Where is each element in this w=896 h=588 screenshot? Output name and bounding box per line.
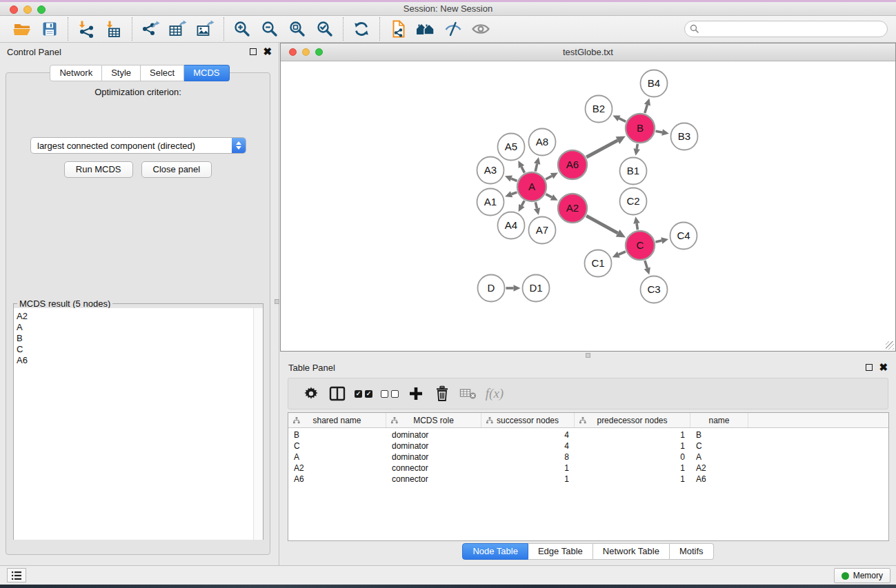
graph-node-A3[interactable]: A3	[477, 157, 504, 184]
graph-edge-C-C3[interactable]	[644, 261, 650, 275]
table-cell[interactable]: dominator	[386, 452, 481, 462]
splitter-handle[interactable]	[586, 353, 590, 358]
close-panel-icon[interactable]: ✖	[879, 364, 888, 371]
zoom-out-icon[interactable]	[256, 18, 283, 40]
graph-node-C[interactable]: C	[626, 231, 655, 260]
mcds-result-item[interactable]: A	[17, 322, 263, 333]
export-network-icon[interactable]	[137, 18, 164, 40]
table-cell[interactable]: 8	[481, 452, 575, 462]
graph-node-B2[interactable]: B2	[586, 96, 613, 123]
split-columns-icon[interactable]	[324, 382, 350, 405]
graph-node-C4[interactable]: C4	[670, 223, 697, 250]
graph-edge-B-B4[interactable]	[644, 99, 650, 114]
network-canvas[interactable]: B4B2BB3A5A8A6A3B1AC2A1A2A4A7C4CC1C3DD1	[281, 61, 895, 351]
table-cell[interactable]: 0	[575, 452, 690, 462]
import-network-icon[interactable]	[72, 18, 100, 40]
graph-node-B1[interactable]: B1	[620, 158, 647, 185]
close-panel-button[interactable]: Close panel	[141, 161, 212, 178]
function-icon[interactable]: f(x)	[481, 382, 508, 405]
export-table-icon[interactable]	[164, 18, 192, 40]
add-column-icon[interactable]	[403, 382, 429, 405]
graph-node-B4[interactable]: B4	[641, 70, 668, 97]
table-cell[interactable]: B	[288, 430, 386, 440]
graph-node-D1[interactable]: D1	[523, 275, 550, 302]
graph-node-A5[interactable]: A5	[498, 134, 525, 161]
zoom-in-icon[interactable]	[228, 18, 256, 40]
close-window-button[interactable]	[10, 6, 18, 14]
trash-icon[interactable]	[429, 382, 455, 405]
graph-node-A2[interactable]: A2	[558, 194, 587, 223]
table-cell[interactable]: dominator	[386, 441, 481, 451]
graph-edge-A-A8[interactable]	[534, 157, 540, 172]
table-cell[interactable]: A2	[288, 463, 386, 473]
table-cell[interactable]: A6	[288, 474, 386, 484]
tab-style[interactable]: Style	[102, 65, 141, 81]
tab-edge-table[interactable]: Edge Table	[528, 543, 593, 560]
float-panel-icon[interactable]	[866, 364, 873, 371]
graph-node-A4[interactable]: A4	[498, 212, 525, 239]
minimize-window-button[interactable]	[23, 6, 32, 14]
table-cell[interactable]: A6	[690, 474, 748, 484]
zoom-selected-icon[interactable]	[311, 18, 339, 40]
mcds-result-item[interactable]: C	[17, 344, 263, 355]
graph-edge-A-A3[interactable]	[505, 176, 517, 182]
graph-node-A1[interactable]: A1	[477, 189, 504, 216]
mcds-result-item[interactable]: B	[17, 333, 263, 344]
column-header[interactable]: MCDS role	[386, 413, 481, 427]
graph-edge-C-C1[interactable]	[613, 252, 626, 258]
hide-details-eye-icon[interactable]	[439, 18, 467, 40]
table-cell[interactable]: connector	[386, 463, 481, 473]
search-field[interactable]	[684, 21, 888, 37]
mcds-result-item[interactable]: A6	[17, 355, 263, 366]
mcds-result-item[interactable]: A2	[17, 311, 263, 322]
criterion-dropdown[interactable]: largest connected component (directed)	[30, 137, 246, 154]
graph-edge-A-A2[interactable]	[546, 194, 557, 201]
network-minimize-button[interactable]	[302, 48, 310, 56]
table-cell[interactable]: 1	[575, 441, 690, 451]
graph-edge-C-C2[interactable]	[633, 216, 639, 230]
network-zoom-button[interactable]	[315, 48, 323, 56]
graph-edge-C-C4[interactable]	[655, 237, 668, 243]
graph-node-A[interactable]: A	[517, 172, 546, 201]
unchecked-boxes-icon[interactable]	[377, 382, 403, 405]
graph-edge-B-B2[interactable]	[613, 115, 626, 121]
table-cell[interactable]: 4	[481, 430, 575, 440]
run-mcds-button[interactable]: Run MCDS	[64, 161, 133, 178]
graph-node-A8[interactable]: A8	[529, 129, 556, 156]
table-cell[interactable]: B	[690, 430, 748, 440]
graph-edge-A-A1[interactable]	[505, 191, 517, 197]
table-cell[interactable]: dominator	[386, 430, 481, 440]
table-cell[interactable]: A	[690, 452, 748, 462]
table-cell[interactable]: 1	[575, 430, 690, 440]
home-icon[interactable]	[412, 18, 439, 40]
tab-motifs[interactable]: Motifs	[670, 543, 714, 560]
column-header[interactable]: shared name	[288, 413, 386, 427]
task-history-button[interactable]	[7, 568, 26, 582]
main-titlebar[interactable]: Session: New Session	[0, 2, 896, 16]
table-cell[interactable]: 1	[481, 463, 575, 473]
zoom-fit-icon[interactable]	[283, 18, 311, 40]
scrollbar-track[interactable]	[253, 308, 263, 540]
table-header-row[interactable]: shared nameMCDS rolesuccessor nodesprede…	[288, 413, 888, 428]
refresh-icon[interactable]	[348, 18, 375, 40]
graph-edge-A-A4[interactable]	[519, 201, 525, 212]
graph-edge-B-B3[interactable]	[656, 129, 669, 135]
table-row[interactable]: A2connector11A2	[288, 463, 888, 474]
table-row[interactable]: Cdominator41C	[288, 440, 888, 452]
table-cell[interactable]: A	[288, 452, 386, 462]
tab-node-table[interactable]: Node Table	[462, 543, 528, 560]
graph-node-A6[interactable]: A6	[558, 150, 587, 179]
graph-edge-B-B1[interactable]	[633, 144, 639, 156]
graph-node-C2[interactable]: C2	[620, 188, 647, 215]
table-cell[interactable]: 1	[575, 474, 690, 484]
float-panel-icon[interactable]	[250, 48, 257, 55]
export-image-icon[interactable]	[192, 18, 219, 40]
table-row[interactable]: A6connector11A6	[288, 474, 888, 485]
graph-edge-A2-C[interactable]	[586, 216, 626, 237]
graph-node-A7[interactable]: A7	[529, 217, 556, 244]
table-cell[interactable]: 4	[481, 441, 575, 451]
graph-edge-A-A5[interactable]	[518, 161, 524, 173]
resize-grip[interactable]	[886, 341, 894, 349]
graph-edge-A6-B[interactable]	[586, 136, 626, 157]
table-cell[interactable]: connector	[386, 474, 481, 484]
